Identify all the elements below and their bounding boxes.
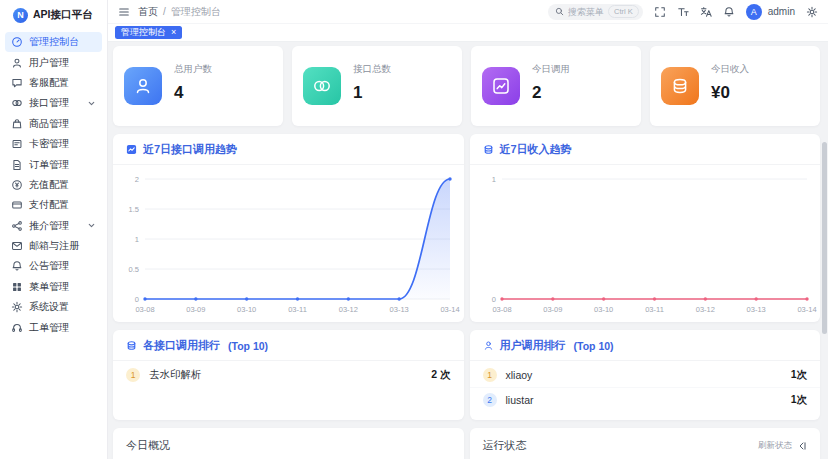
svg-text:03-11: 03-11 bbox=[645, 305, 664, 314]
sidebar-item-orders[interactable]: 订单管理 bbox=[5, 154, 102, 174]
svg-text:03-13: 03-13 bbox=[390, 305, 409, 314]
app-logo: N API接口平台 bbox=[0, 0, 107, 30]
panel-collapse-icon[interactable] bbox=[797, 441, 807, 451]
stat-card-total-users: 总用户数4 bbox=[113, 46, 283, 126]
avatar[interactable]: A bbox=[746, 4, 762, 20]
link-icon bbox=[11, 97, 23, 109]
sidebar-item-label: 客服配置 bbox=[29, 76, 69, 90]
tab-close-icon[interactable]: × bbox=[171, 28, 176, 37]
headset-icon bbox=[11, 322, 23, 334]
user-ranking-card: 用户调用排行 (Top 10) 1xliaoy1次2liustar1次 bbox=[470, 330, 821, 420]
notification-bell-icon[interactable] bbox=[723, 6, 735, 18]
share-icon bbox=[11, 220, 23, 232]
font-size-icon[interactable] bbox=[677, 6, 689, 18]
app-title: API接口平台 bbox=[33, 8, 93, 22]
dashboard-icon bbox=[11, 36, 23, 48]
tab-dashboard[interactable]: 管理控制台 × bbox=[115, 26, 182, 39]
stat-card-today-calls: 今日调用2 bbox=[471, 46, 641, 126]
svg-text:03-12: 03-12 bbox=[695, 305, 714, 314]
svg-text:03-12: 03-12 bbox=[339, 305, 358, 314]
search-shortcut: Ctrl K bbox=[608, 5, 639, 18]
tab-bar: 管理控制台 × bbox=[108, 24, 828, 42]
username[interactable]: admin bbox=[768, 6, 795, 17]
ranking-suffix: (Top 10) bbox=[574, 340, 614, 352]
sidebar-item-label: 支付配置 bbox=[29, 198, 69, 212]
coins-icon bbox=[483, 144, 494, 155]
sidebar-item-system[interactable]: 系统设置 bbox=[5, 297, 102, 317]
sidebar-item-label: 卡密管理 bbox=[29, 137, 69, 151]
fullscreen-icon[interactable] bbox=[654, 6, 666, 18]
svg-text:1: 1 bbox=[491, 175, 495, 184]
sidebar-item-announcement[interactable]: 公告管理 bbox=[5, 256, 102, 276]
breadcrumb-separator: / bbox=[163, 6, 166, 17]
sidebar-item-recharge[interactable]: 充值配置 bbox=[5, 175, 102, 195]
stat-value: 2 bbox=[532, 83, 570, 103]
tab-label: 管理控制台 bbox=[121, 26, 166, 39]
run-status-title: 运行状态 bbox=[483, 438, 527, 453]
stat-card-today-income: 今日收入¥0 bbox=[650, 46, 820, 126]
topbar: 首页 / 管理控制台 Ctrl K A admin bbox=[108, 0, 828, 24]
sidebar-item-goods[interactable]: 商品管理 bbox=[5, 114, 102, 134]
sidebar-item-label: 用户管理 bbox=[29, 56, 69, 70]
translate-icon[interactable] bbox=[700, 6, 712, 18]
stat-label: 今日调用 bbox=[532, 63, 570, 76]
chevron-down-icon bbox=[87, 99, 96, 108]
svg-text:03-08: 03-08 bbox=[135, 305, 154, 314]
recharge-icon bbox=[11, 179, 23, 191]
sidebar-item-api[interactable]: 接口管理 bbox=[5, 93, 102, 113]
app-root: N API接口平台 管理控制台用户管理客服配置接口管理商品管理卡密管理订单管理充… bbox=[0, 0, 828, 459]
search-box[interactable]: Ctrl K bbox=[548, 4, 643, 20]
sidebar-item-promotion[interactable]: 推介管理 bbox=[5, 216, 102, 236]
rank-badge: 2 bbox=[483, 393, 497, 407]
search-input[interactable] bbox=[568, 7, 604, 17]
sidebar-item-label: 接口管理 bbox=[29, 96, 69, 110]
grid-icon bbox=[11, 281, 23, 293]
card-head: 用户调用排行 (Top 10) bbox=[470, 330, 821, 361]
card-head: 今日概况 bbox=[113, 428, 464, 459]
user-ranking-list: 1xliaoy1次2liustar1次 bbox=[470, 361, 821, 412]
user-icon bbox=[11, 57, 23, 69]
rank-item: 1xliaoy1次 bbox=[470, 363, 821, 387]
topbar-right: Ctrl K A admin bbox=[548, 4, 818, 20]
topbar-left: 首页 / 管理控制台 bbox=[118, 5, 221, 19]
api-ranking-card: 各接口调用排行 (Top 10) 1去水印解析2 次 bbox=[113, 330, 464, 420]
api-trend-chart: 21.510.5003-0803-0903-1003-1103-1203-130… bbox=[113, 165, 464, 315]
breadcrumb-current: 管理控制台 bbox=[171, 5, 221, 19]
main-area: 首页 / 管理控制台 Ctrl K A admin bbox=[108, 0, 828, 459]
svg-text:03-11: 03-11 bbox=[288, 305, 307, 314]
bottom-row: 今日概况 运行状态 刷新状态 bbox=[113, 428, 820, 459]
stats-row: 总用户数4接口总数1今日调用2今日收入¥0 bbox=[113, 46, 820, 126]
stat-label: 今日收入 bbox=[711, 63, 749, 76]
sidebar-item-label: 菜单管理 bbox=[29, 280, 69, 294]
run-status-card: 运行状态 刷新状态 bbox=[470, 428, 821, 459]
stat-value: 1 bbox=[353, 83, 391, 103]
charts-row: 近7日接口调用趋势 21.510.5003-0803-0903-1003-110… bbox=[113, 134, 820, 322]
menu-collapse-icon[interactable] bbox=[118, 6, 130, 18]
card-head: 近7日接口调用趋势 bbox=[113, 134, 464, 165]
sidebar-item-label: 商品管理 bbox=[29, 117, 69, 131]
settings-gear-icon[interactable] bbox=[806, 6, 818, 18]
sidebar-item-mail-register[interactable]: 邮箱与注册 bbox=[5, 236, 102, 256]
sidebar-item-cardkey[interactable]: 卡密管理 bbox=[5, 134, 102, 154]
svg-text:03-14: 03-14 bbox=[440, 305, 459, 314]
sidebar-item-menus[interactable]: 菜单管理 bbox=[5, 277, 102, 297]
chart-title: 近7日收入趋势 bbox=[500, 142, 572, 157]
link20-icon bbox=[303, 67, 341, 105]
trend20-icon bbox=[482, 67, 520, 105]
sidebar-item-dashboard[interactable]: 管理控制台 bbox=[5, 32, 102, 52]
stat-value: ¥0 bbox=[711, 83, 749, 103]
logo-icon: N bbox=[13, 8, 28, 23]
refresh-status-button[interactable]: 刷新状态 bbox=[758, 440, 807, 452]
user20-icon bbox=[124, 67, 162, 105]
sidebar-item-service[interactable]: 客服配置 bbox=[5, 73, 102, 93]
breadcrumb-home[interactable]: 首页 bbox=[138, 5, 158, 19]
vertical-scrollbar[interactable] bbox=[822, 142, 827, 334]
rank-badge: 1 bbox=[483, 368, 497, 382]
sidebar-item-users[interactable]: 用户管理 bbox=[5, 52, 102, 72]
gear-icon bbox=[11, 301, 23, 313]
stat-value: 4 bbox=[174, 83, 212, 103]
sidebar-item-label: 管理控制台 bbox=[29, 35, 79, 49]
sidebar-item-ticket[interactable]: 工单管理 bbox=[5, 317, 102, 337]
sidebar-item-payment[interactable]: 支付配置 bbox=[5, 195, 102, 215]
sidebar-item-label: 工单管理 bbox=[29, 321, 69, 335]
